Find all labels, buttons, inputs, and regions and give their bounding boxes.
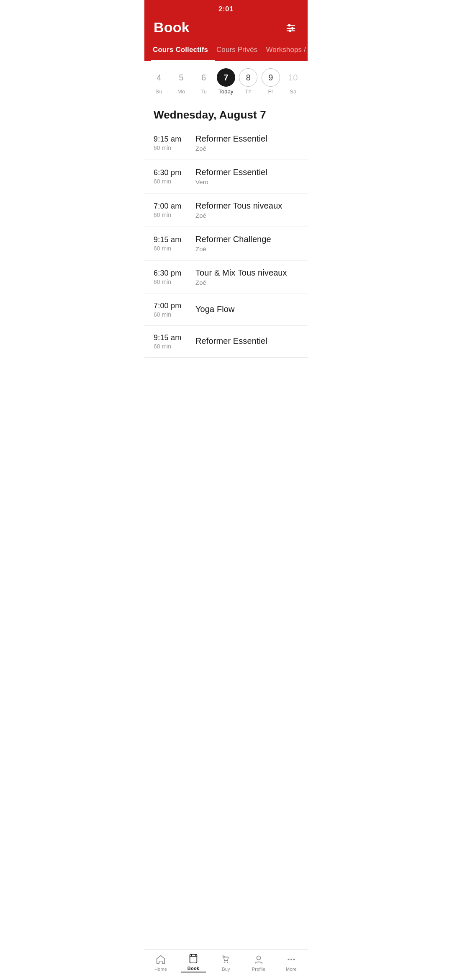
svg-point-3 xyxy=(291,27,293,29)
class-item-0[interactable]: 9:15 am 60 min Reformer Essentiel Zoé xyxy=(144,126,308,160)
date-label-th: Th xyxy=(245,88,252,95)
class-instructor-3: Zoé xyxy=(195,245,298,253)
svg-point-5 xyxy=(289,30,291,32)
date-item-7[interactable]: 7 Today xyxy=(216,68,236,95)
class-instructor-4: Zoé xyxy=(195,279,298,286)
class-name-0: Reformer Essentiel xyxy=(195,134,298,144)
class-item-4[interactable]: 6:30 pm 60 min Tour & Mix Tous niveaux Z… xyxy=(144,260,308,294)
class-name-3: Reformer Challenge xyxy=(195,235,298,244)
date-item-8[interactable]: 8 Th xyxy=(238,68,259,95)
class-info-1: Reformer Essentiel Vero xyxy=(191,168,298,186)
class-info-6: Reformer Essentiel xyxy=(191,336,298,347)
class-duration-5: 60 min xyxy=(154,311,191,318)
tab-cours-collectifs[interactable]: Cours Collectifs xyxy=(151,41,215,61)
class-item-2[interactable]: 7:00 am 60 min Reformer Tous niveaux Zoé xyxy=(144,193,308,227)
status-time: 2:01 xyxy=(218,5,234,13)
date-num-4: 4 xyxy=(150,68,168,87)
class-name-2: Reformer Tous niveaux xyxy=(195,201,298,211)
class-time-3: 9:15 am 60 min xyxy=(154,235,191,252)
class-duration-1: 60 min xyxy=(154,178,191,185)
filter-button[interactable] xyxy=(283,20,298,35)
class-name-4: Tour & Mix Tous niveaux xyxy=(195,268,298,278)
tab-cours-prives[interactable]: Cours Privés xyxy=(215,41,265,61)
date-num-8: 8 xyxy=(239,68,257,87)
date-picker: 4 Su 5 Mo 6 Tu 7 Today 8 Th 9 Fr 10 Sa xyxy=(144,61,308,99)
date-label-tu: Tu xyxy=(200,88,207,95)
class-info-5: Yoga Flow xyxy=(191,304,298,315)
class-time-main-5: 7:00 pm xyxy=(154,302,191,310)
date-label-su: Su xyxy=(156,88,162,95)
date-num-6: 6 xyxy=(195,68,213,87)
date-num-7: 7 xyxy=(217,68,235,87)
class-time-main-6: 9:15 am xyxy=(154,333,191,342)
class-time-6: 9:15 am 60 min xyxy=(154,333,191,350)
class-time-main-1: 6:30 pm xyxy=(154,168,191,177)
header: Book xyxy=(144,15,308,41)
date-num-9: 9 xyxy=(262,68,280,87)
class-info-2: Reformer Tous niveaux Zoé xyxy=(191,201,298,219)
class-instructor-1: Vero xyxy=(195,178,298,186)
svg-point-1 xyxy=(288,24,290,26)
class-time-main-0: 9:15 am xyxy=(154,135,191,144)
class-item-5[interactable]: 7:00 pm 60 min Yoga Flow xyxy=(144,294,308,326)
class-duration-2: 60 min xyxy=(154,211,191,218)
class-time-main-2: 7:00 am xyxy=(154,202,191,211)
page-title: Book xyxy=(154,19,190,36)
date-heading: Wednesday, August 7 xyxy=(144,99,308,126)
date-label-fr: Fr xyxy=(268,88,273,95)
class-info-3: Reformer Challenge Zoé xyxy=(191,235,298,253)
date-item-6[interactable]: 6 Tu xyxy=(193,68,214,95)
class-name-1: Reformer Essentiel xyxy=(195,168,298,177)
class-duration-4: 60 min xyxy=(154,279,191,285)
class-duration-0: 60 min xyxy=(154,144,191,151)
class-time-main-3: 9:15 am xyxy=(154,235,191,244)
date-num-5: 5 xyxy=(172,68,190,87)
class-item-6[interactable]: 9:15 am 60 min Reformer Essentiel xyxy=(144,326,308,358)
class-item-1[interactable]: 6:30 pm 60 min Reformer Essentiel Vero xyxy=(144,160,308,193)
class-name-6: Reformer Essentiel xyxy=(195,336,298,346)
date-item-4[interactable]: 4 Su xyxy=(149,68,170,95)
class-duration-3: 60 min xyxy=(154,245,191,252)
class-time-2: 7:00 am 60 min xyxy=(154,202,191,218)
status-bar: 2:01 xyxy=(144,0,308,15)
date-item-5[interactable]: 5 Mo xyxy=(171,68,192,95)
class-time-5: 7:00 pm 60 min xyxy=(154,302,191,318)
class-time-1: 6:30 pm 60 min xyxy=(154,168,191,185)
class-instructor-0: Zoé xyxy=(195,145,298,152)
class-item-3[interactable]: 9:15 am 60 min Reformer Challenge Zoé xyxy=(144,227,308,260)
date-item-10[interactable]: 10 Sa xyxy=(282,68,303,95)
class-name-5: Yoga Flow xyxy=(195,304,298,314)
date-item-9[interactable]: 9 Fr xyxy=(260,68,281,95)
class-time-4: 6:30 pm 60 min xyxy=(154,269,191,285)
class-time-main-4: 6:30 pm xyxy=(154,269,191,278)
tab-workshops[interactable]: Workshops / W xyxy=(264,41,308,61)
class-instructor-2: Zoé xyxy=(195,212,298,219)
class-info-0: Reformer Essentiel Zoé xyxy=(191,134,298,152)
class-time-0: 9:15 am 60 min xyxy=(154,135,191,151)
tabs-bar: Cours Collectifs Cours Privés Workshops … xyxy=(144,41,308,61)
class-list: 9:15 am 60 min Reformer Essentiel Zoé 6:… xyxy=(144,126,308,391)
class-duration-6: 60 min xyxy=(154,343,191,350)
date-label-sa: Sa xyxy=(290,88,296,95)
date-num-10: 10 xyxy=(284,68,302,87)
filter-icon xyxy=(285,22,296,33)
date-label-today: Today xyxy=(218,88,234,95)
date-label-mo: Mo xyxy=(177,88,185,95)
class-info-4: Tour & Mix Tous niveaux Zoé xyxy=(191,268,298,286)
